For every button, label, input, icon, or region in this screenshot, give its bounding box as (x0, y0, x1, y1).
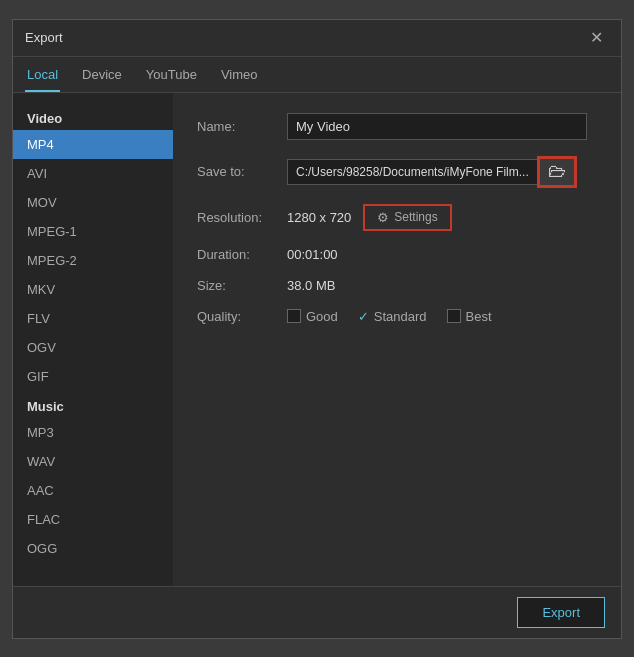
quality-best-checkbox[interactable] (447, 309, 461, 323)
quality-row: Quality: Good ✓ Standard Best (197, 309, 597, 324)
main-panel: Name: Save to: 🗁 Resolution: 1280 x 720 (173, 93, 621, 586)
folder-icon: 🗁 (548, 161, 566, 182)
quality-best[interactable]: Best (447, 309, 492, 324)
settings-label: Settings (394, 210, 437, 224)
content-area: Video MP4 AVI MOV MPEG-1 MPEG-2 MKV FLV … (13, 93, 621, 586)
duration-value: 00:01:00 (287, 247, 338, 262)
sidebar-item-mp4[interactable]: MP4 (13, 130, 173, 159)
resolution-row: Resolution: 1280 x 720 ⚙ Settings (197, 204, 597, 231)
sidebar-item-mpeg1[interactable]: MPEG-1 (13, 217, 173, 246)
sidebar-item-aac[interactable]: AAC (13, 476, 173, 505)
quality-good[interactable]: Good (287, 309, 338, 324)
sidebar-item-flv[interactable]: FLV (13, 304, 173, 333)
title-bar: Export ✕ (13, 20, 621, 57)
name-row: Name: (197, 113, 597, 140)
tab-device[interactable]: Device (80, 63, 124, 92)
tab-vimeo[interactable]: Vimeo (219, 63, 260, 92)
quality-standard-checkmark: ✓ (358, 309, 369, 324)
sidebar: Video MP4 AVI MOV MPEG-1 MPEG-2 MKV FLV … (13, 93, 173, 586)
footer: Export (13, 586, 621, 638)
export-button[interactable]: Export (517, 597, 605, 628)
duration-label: Duration: (197, 247, 287, 262)
sidebar-item-avi[interactable]: AVI (13, 159, 173, 188)
save-to-container: 🗁 (287, 156, 577, 188)
music-group-label: Music (13, 391, 173, 418)
sidebar-item-mp3[interactable]: MP3 (13, 418, 173, 447)
save-to-label: Save to: (197, 164, 287, 179)
sidebar-item-mov[interactable]: MOV (13, 188, 173, 217)
sidebar-item-mkv[interactable]: MKV (13, 275, 173, 304)
quality-good-checkbox[interactable] (287, 309, 301, 323)
quality-standard-label: Standard (374, 309, 427, 324)
tab-local[interactable]: Local (25, 63, 60, 92)
quality-best-label: Best (466, 309, 492, 324)
sidebar-item-mpeg2[interactable]: MPEG-2 (13, 246, 173, 275)
quality-standard[interactable]: ✓ Standard (358, 309, 427, 324)
close-button[interactable]: ✕ (584, 28, 609, 48)
browse-folder-button[interactable]: 🗁 (537, 156, 577, 188)
size-value: 38.0 MB (287, 278, 335, 293)
resolution-value: 1280 x 720 (287, 210, 351, 225)
name-label: Name: (197, 119, 287, 134)
sidebar-item-flac[interactable]: FLAC (13, 505, 173, 534)
quality-options: Good ✓ Standard Best (287, 309, 492, 324)
sidebar-item-gif[interactable]: GIF (13, 362, 173, 391)
tab-bar: Local Device YouTube Vimeo (13, 57, 621, 93)
resolution-container: 1280 x 720 ⚙ Settings (287, 204, 452, 231)
gear-icon: ⚙ (377, 210, 389, 225)
export-dialog: Export ✕ Local Device YouTube Vimeo Vide… (12, 19, 622, 639)
duration-row: Duration: 00:01:00 (197, 247, 597, 262)
quality-label: Quality: (197, 309, 287, 324)
video-group-label: Video (13, 103, 173, 130)
dialog-title: Export (25, 30, 63, 45)
size-label: Size: (197, 278, 287, 293)
name-input[interactable] (287, 113, 587, 140)
save-to-input[interactable] (287, 159, 537, 185)
sidebar-item-ogv[interactable]: OGV (13, 333, 173, 362)
resolution-label: Resolution: (197, 210, 287, 225)
tab-youtube[interactable]: YouTube (144, 63, 199, 92)
size-row: Size: 38.0 MB (197, 278, 597, 293)
sidebar-item-ogg[interactable]: OGG (13, 534, 173, 563)
settings-button[interactable]: ⚙ Settings (363, 204, 451, 231)
save-to-row: Save to: 🗁 (197, 156, 597, 188)
sidebar-item-wav[interactable]: WAV (13, 447, 173, 476)
quality-good-label: Good (306, 309, 338, 324)
